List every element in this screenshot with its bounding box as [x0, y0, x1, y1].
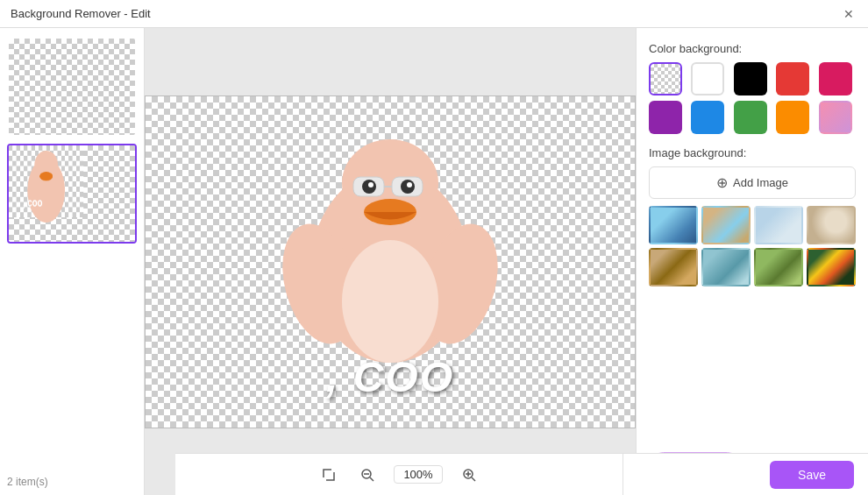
swatch-purple[interactable]: [649, 101, 682, 134]
bg-thumbnail-5[interactable]: [649, 248, 698, 286]
bg-images-grid: [649, 206, 856, 286]
bg-thumbnail-1[interactable]: [649, 206, 698, 244]
right-panel: Color background: Image background: ⊕: [636, 28, 868, 495]
crop-icon-button[interactable]: [317, 463, 341, 487]
canvas-area: , COO: [145, 28, 636, 495]
thumb-canvas-2: [9, 145, 137, 242]
bg-thumbnail-4[interactable]: [807, 206, 856, 244]
zoom-in-button[interactable]: [457, 463, 481, 487]
swatch-gradient[interactable]: [819, 101, 852, 134]
color-background-label: Color background:: [649, 42, 856, 55]
svg-point-12: [342, 240, 438, 363]
zoom-out-icon: [360, 468, 374, 482]
plus-icon: ⊕: [716, 174, 728, 191]
color-background-section: Color background:: [649, 42, 856, 134]
bg-thumbnail-8[interactable]: [807, 248, 856, 286]
thumb-canvas-1: [9, 39, 137, 135]
image-background-label: Image background:: [649, 146, 856, 159]
canvas-cool-text: , COO: [326, 353, 454, 401]
save-area: Save: [623, 453, 868, 495]
zoom-out-button[interactable]: [355, 463, 380, 487]
swatch-pink[interactable]: [819, 62, 852, 95]
add-image-button[interactable]: ⊕ Add Image: [649, 166, 856, 199]
swatch-orange[interactable]: [776, 101, 809, 134]
zoom-value: 100%: [394, 465, 442, 484]
svg-line-17: [472, 477, 475, 481]
item-count: 2 item(s): [7, 476, 48, 488]
bg-thumbnail-3[interactable]: [754, 206, 803, 244]
add-image-label: Add Image: [733, 176, 788, 189]
bottom-toolbar: 100%: [175, 453, 623, 495]
image-background-section: Image background: ⊕ Add Image: [649, 146, 856, 286]
sidebar-thumbnail-1[interactable]: [7, 37, 137, 137]
swatch-white[interactable]: [691, 62, 724, 95]
swatch-black[interactable]: [734, 62, 767, 95]
zoom-in-icon: [462, 468, 476, 482]
bg-thumbnail-6[interactable]: [701, 248, 751, 286]
save-button[interactable]: Save: [770, 461, 854, 489]
sidebar: [0, 28, 145, 495]
main-layout: , COO Color background: I: [0, 28, 868, 495]
bg-thumbnail-7[interactable]: [754, 248, 803, 286]
sidebar-thumbnail-2[interactable]: [7, 144, 137, 244]
close-button[interactable]: ✕: [840, 5, 857, 23]
canvas-container: , COO: [145, 95, 636, 428]
svg-point-8: [407, 182, 412, 187]
color-swatch-grid: [649, 62, 856, 134]
swatch-green[interactable]: [734, 101, 767, 134]
bg-thumbnail-2[interactable]: [701, 206, 751, 244]
window-title: Background Remover - Edit: [11, 7, 151, 20]
swatch-red[interactable]: [776, 62, 809, 95]
spacer: [649, 299, 856, 440]
swatch-transparent[interactable]: [649, 62, 682, 95]
crop-icon: [321, 467, 337, 483]
svg-line-14: [370, 477, 374, 481]
swatch-blue[interactable]: [691, 101, 724, 134]
title-bar: Background Remover - Edit ✕: [0, 0, 868, 28]
svg-point-7: [368, 182, 374, 187]
